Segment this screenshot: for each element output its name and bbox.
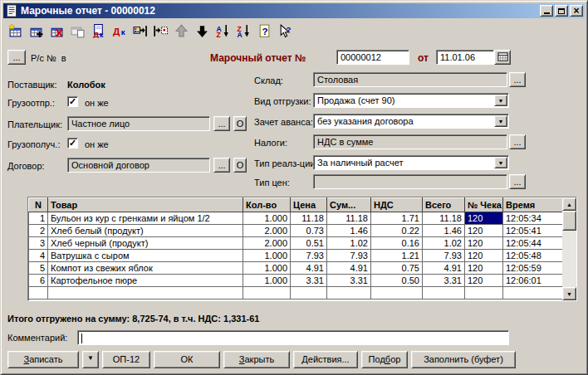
table-cell[interactable]	[291, 287, 327, 300]
sale-type-dropdown-button[interactable]: ▼	[494, 157, 507, 168]
close-button[interactable]: Закрыть	[223, 351, 290, 368]
contract-field[interactable]: Основной договор	[67, 158, 210, 173]
table-cell[interactable]: 0.50	[371, 275, 423, 287]
table-cell[interactable]: 2.000	[243, 225, 291, 237]
table-cell[interactable]	[423, 287, 465, 300]
save-button[interactable]: Записать	[7, 351, 79, 368]
table-cell[interactable]: 3	[29, 237, 48, 250]
ok-button[interactable]: ОК	[154, 351, 220, 368]
up-arrow-button[interactable]	[172, 22, 190, 41]
scroll-up-button[interactable]: ▲	[562, 197, 576, 211]
price-type-field[interactable]	[313, 174, 507, 189]
shipment-type-dropdown-button[interactable]: ▼	[494, 95, 507, 106]
scroll-thumb[interactable]	[562, 211, 576, 231]
sale-type-combobox[interactable]: За наличный расчет▼	[313, 155, 509, 170]
table-cell[interactable]	[48, 287, 243, 300]
table-cell[interactable]: 12:05:44	[503, 237, 564, 250]
maximize-button[interactable]	[555, 5, 568, 17]
table-cell[interactable]: 11.18	[327, 212, 371, 225]
payer-field[interactable]: Частное лицо	[67, 116, 210, 131]
table-cell[interactable]: 0.73	[291, 225, 327, 237]
table-cell[interactable]: 1.000	[243, 262, 291, 275]
grid-move-left-button[interactable]	[130, 22, 149, 41]
table-cell[interactable]: 0.22	[371, 225, 423, 237]
contract-open-button[interactable]: О	[233, 158, 247, 173]
table-cell[interactable]: 120	[465, 212, 503, 225]
table-cell[interactable]: 4	[29, 250, 48, 262]
add-row-button[interactable]	[27, 22, 45, 41]
payer-select-button[interactable]: ...	[213, 116, 230, 131]
sort-desc-button[interactable]: ZA	[234, 22, 252, 41]
table-cell[interactable]	[243, 287, 291, 300]
table-cell[interactable]: 4.91	[291, 262, 327, 275]
actions-button[interactable]: Действия...	[293, 351, 358, 368]
sort-asc-button[interactable]: AZ	[213, 22, 232, 41]
table-cell[interactable]: 1.02	[423, 237, 465, 250]
save-options-button[interactable]: ▼	[82, 351, 99, 368]
table-cell[interactable]: 1.71	[371, 212, 423, 225]
post-document-button[interactable]: Дк	[89, 22, 107, 41]
advance-offset-combobox[interactable]: без указания договора▼	[313, 114, 509, 129]
table-cell[interactable]: Хлеб белый (продукт)	[48, 225, 243, 237]
scroll-track[interactable]	[562, 231, 576, 287]
table-cell[interactable]	[503, 287, 564, 300]
table-cell[interactable]: 7.93	[291, 250, 327, 262]
table-cell[interactable]: 1	[29, 212, 48, 225]
table-cell[interactable]: 5	[29, 262, 48, 275]
table-cell[interactable]: 4.91	[423, 262, 465, 275]
table-cell[interactable]: 12:05:48	[503, 250, 564, 262]
report-number-input[interactable]: 00000012	[336, 50, 409, 65]
table-cell[interactable]: 11.18	[423, 212, 465, 225]
date-input[interactable]: 11.01.06	[436, 50, 494, 65]
table-cell[interactable]: 4.91	[327, 262, 371, 275]
down-arrow-button[interactable]	[193, 22, 211, 41]
op-12-button[interactable]: ОП-12	[102, 351, 150, 368]
table-cell[interactable]: 7.93	[327, 250, 371, 262]
title-bar[interactable]: Марочные отчет - 00000012 ×	[3, 3, 585, 18]
table-cell[interactable]: 120	[465, 275, 503, 287]
table-cell[interactable]: 120	[465, 250, 503, 262]
table-cell[interactable]: 120	[465, 262, 503, 275]
table-cell[interactable]: 1.46	[423, 225, 465, 237]
fill-buffet-button[interactable]: Заполнить (буфет)	[411, 351, 516, 368]
table-cell[interactable]: 6	[29, 275, 48, 287]
table-cell[interactable]: Хлеб черный (продукт)	[48, 237, 243, 250]
taxes-field[interactable]: НДС в сумме	[313, 134, 507, 149]
table-cell[interactable]: 1.000	[243, 275, 291, 287]
table-cell[interactable]: 0.51	[291, 237, 327, 250]
table-cell[interactable]: Компот из свежих яблок	[48, 262, 243, 275]
help-button[interactable]: ?	[255, 22, 273, 41]
shipper-same-checkbox[interactable]: ✓	[67, 96, 78, 107]
table-cell[interactable]: Картофельное пюре	[48, 275, 243, 287]
table-cell[interactable]: 1.21	[371, 250, 423, 262]
table-cell[interactable]: 1.000	[243, 250, 291, 262]
copy-row-button[interactable]	[68, 22, 86, 41]
account-select-button[interactable]: ...	[7, 50, 26, 65]
table-cell[interactable]	[327, 287, 371, 300]
table-cell[interactable]: 1.46	[327, 225, 371, 237]
grid-move-right-button[interactable]	[151, 22, 169, 41]
table-cell[interactable]	[465, 287, 503, 300]
table-cell[interactable]: 2	[29, 225, 48, 237]
calendar-button[interactable]	[494, 50, 511, 65]
table-cell[interactable]: 12:05:34	[503, 212, 564, 225]
payer-open-button[interactable]: О	[233, 116, 247, 131]
contract-select-button[interactable]: ...	[213, 158, 230, 173]
table-cell[interactable]: Бульон из кур с гренками и яйцом 1/2	[48, 212, 243, 225]
table-cell[interactable]: 3.31	[423, 275, 465, 287]
warehouse-field[interactable]: Столовая	[313, 72, 507, 87]
table-cell[interactable]: 2.000	[243, 237, 291, 250]
close-button[interactable]: ×	[570, 5, 583, 17]
taxes-select-button[interactable]: ...	[509, 134, 526, 149]
consignee-same-checkbox[interactable]: ✓	[67, 138, 78, 149]
table-cell[interactable]: 12:06:01	[503, 275, 564, 287]
delete-row-button[interactable]	[47, 22, 66, 41]
new-row-button[interactable]	[6, 22, 24, 41]
advance-offset-dropdown-button[interactable]: ▼	[494, 115, 507, 127]
table-cell[interactable]: 3.31	[327, 275, 371, 287]
table-cell[interactable]: 1.000	[243, 212, 291, 225]
pick-button[interactable]: Подбор	[361, 351, 408, 368]
table-cell[interactable]: 3.31	[291, 275, 327, 287]
table-cell[interactable]: 7.93	[423, 250, 465, 262]
scroll-down-button[interactable]: ▼	[562, 287, 576, 300]
